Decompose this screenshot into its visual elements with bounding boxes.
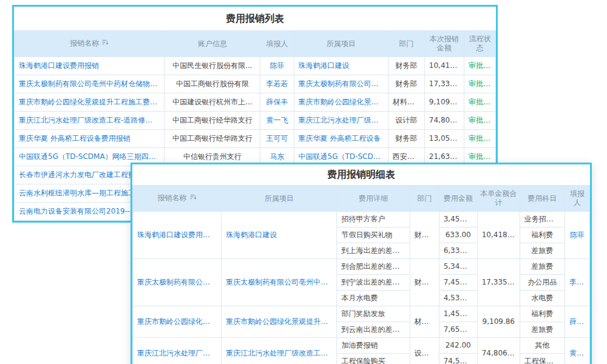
expense-detail-cell: 招待甲方客户 (337, 212, 410, 228)
project-link[interactable]: 珠海鹤港口建设 (294, 57, 388, 75)
expense-detail-title: 费用报销明细表 (132, 164, 590, 185)
list-col-header-6: 本次报销金额 (424, 31, 464, 57)
list-col-header-1[interactable]: 报销名称 (15, 31, 164, 57)
header-row: 报销名称账户信息填报人所属项目部门本次报销金额流程状态 (15, 31, 496, 57)
list-col-header-7: 流程状态 (464, 31, 495, 57)
department-cell: 设计部 (388, 112, 424, 130)
detail-row: 重庆太极制药有限公司亳州中药重庆太极制药有限公司亳州中药材仓储物流到合肥出差的差… (133, 259, 590, 275)
project-link[interactable]: 重庆市鹅岭公园绿化景观提升... (294, 93, 388, 112)
expense-category-cell: 业务招待费 (520, 212, 565, 228)
column-header-label: 费用科目 (527, 194, 557, 203)
detail-project-link[interactable]: 珠海鹤港口建设 (222, 212, 337, 259)
amount-cell: 13,058.45 (424, 130, 464, 148)
status-text: 审批通过 (464, 57, 495, 75)
expense-detail-body: 珠海鹤港口建设费用报销珠海鹤港口建设招待甲方客户财务部3,453.6010,41… (133, 212, 590, 364)
detail-department-cell: 设计部 (410, 338, 439, 364)
expense-detail-header: 报销名称所属项目费用详细部门费用金额本单金额合计费用科目填报人 (133, 186, 590, 212)
filler-link[interactable]: 黄一飞 (260, 112, 294, 130)
sort-filter-icon[interactable] (189, 194, 197, 203)
expense-detail-table: 报销名称所属项目费用详细部门费用金额本单金额合计费用科目填报人 珠海鹤港口建设费… (132, 185, 590, 364)
filler-link[interactable]: 薛保丰 (260, 93, 294, 112)
filler-link[interactable]: 李若若 (260, 75, 294, 93)
detail-filler-link[interactable]: 李若若 (565, 259, 589, 306)
detail-name-link[interactable]: 重庆江北污水处理厂级改造工程- (133, 338, 222, 364)
expense-amount-cell: 242.00 (439, 338, 477, 354)
detail-filler-link[interactable]: 陈菲 (565, 212, 589, 259)
detail-col-header-8: 填报人 (565, 186, 589, 212)
reimbursement-name-link[interactable]: 重庆太极制药有限公司亳州中药材仓储物流基地项... (15, 75, 164, 93)
expense-amount-cell: 1,453.00 (439, 306, 477, 322)
page: 费用报销列表 报销名称账户信息填报人所属项目部门本次报销金额流程状态 珠海鹤港口… (0, 0, 607, 364)
expense-detail-cell: 本月水电费 (337, 291, 410, 306)
account-info-cell: 中国民生银行股份有限... (164, 57, 260, 75)
list-col-header-4: 所属项目 (294, 31, 388, 57)
detail-department-cell: 财务部 (410, 259, 439, 306)
expense-amount-cell: 74,564... (439, 354, 477, 364)
expense-category-cell: 差旅费 (520, 243, 565, 259)
detail-row: 重庆江北污水处理厂级改造工程-重庆江北污水处理厂级改造工程-道路修复工加油费报销… (133, 338, 590, 354)
status-text: 审批通过 (464, 112, 495, 130)
expense-detail-cell: 到上海出差的差旅费 (337, 243, 410, 259)
expense-detail-cell: 加油费报销 (337, 338, 410, 354)
list-col-header-5: 部门 (388, 31, 424, 57)
group-total-cell: 9,109.86 (477, 306, 520, 338)
detail-col-header-3: 费用详细 (337, 186, 410, 212)
reimbursement-name-link[interactable]: 重庆市鹅岭公园绿化景观提升工程施工费用报销 (15, 93, 164, 112)
expense-amount-cell: 5,346.35 (439, 259, 477, 275)
department-cell: 财务部 (388, 75, 424, 93)
reimbursement-name-link[interactable]: 重庆江北污水处理厂级改造工程-道路修复工程费用... (15, 112, 164, 130)
column-header-label: 部门 (417, 194, 432, 203)
detail-filler-link[interactable]: 黄一飞 (565, 338, 589, 364)
expense-category-cell: 工程保险费 (520, 354, 565, 364)
sort-filter-icon[interactable] (101, 39, 109, 49)
reimbursement-name-link[interactable]: 珠海鹤港口建设费用报销 (15, 57, 164, 75)
account-info-cell: 中国工商银行经华路支行 (164, 130, 260, 148)
project-link[interactable]: 重庆华夏 外高桥工程设备 (294, 130, 388, 148)
group-total-cell: 10,418.60 (477, 212, 520, 259)
expense-detail-cell: 部门奖励发放 (337, 306, 410, 322)
detail-col-header-5: 费用金额 (439, 186, 477, 212)
detail-project-link[interactable]: 重庆江北污水处理厂级改造工程-道路修复工 (222, 338, 337, 364)
filler-link[interactable]: 王可可 (260, 130, 294, 148)
list-row: 重庆太极制药有限公司亳州中药材仓储物流基地项...中国工商银行股份有限李若若重庆… (15, 75, 496, 93)
column-header-label: 所属项目 (327, 39, 356, 49)
detail-name-link[interactable]: 重庆市鹅岭公园绿化景观提升工程 (133, 306, 222, 338)
expense-amount-cell: 7,453.35 (439, 275, 477, 291)
department-cell: 财务部 (388, 57, 424, 75)
detail-row: 重庆市鹅岭公园绿化景观提升工程重庆市鹅岭公园绿化景观提升工程施工部门奖励发放材料… (133, 306, 590, 322)
expense-detail-cell: 到云南出差的差旅费 (337, 322, 410, 338)
account-info-cell: 中国工商银行股份有限 (164, 75, 260, 93)
column-header-label: 流程状态 (467, 35, 493, 53)
column-header-label: 填报人 (266, 39, 288, 49)
detail-name-link[interactable]: 珠海鹤港口建设费用报销 (133, 212, 222, 259)
expense-amount-cell: 6,332.00 (439, 243, 477, 259)
project-link[interactable]: 重庆江北污水处理厂级改造工... (294, 112, 388, 130)
expense-amount-cell: 3,453.60 (439, 212, 477, 228)
amount-cell: 9,109.86 (424, 93, 464, 112)
expense-category-cell: 福利费 (520, 228, 565, 243)
column-header-label: 费用详细 (359, 194, 388, 203)
header-row: 报销名称所属项目费用详细部门费用金额本单金额合计费用科目填报人 (133, 186, 590, 212)
detail-filler-link[interactable]: 薛保丰 (565, 306, 589, 338)
filler-link[interactable]: 陈菲 (260, 57, 294, 75)
expense-detail-cell: 到合肥出差的差旅费 (337, 259, 410, 275)
expense-amount-cell: 4,535.65 (439, 291, 477, 306)
reimbursement-name-link[interactable]: 重庆华夏 外高桥工程设备费用报销 (15, 130, 164, 148)
list-row: 珠海鹤港口建设费用报销中国民生银行股份有限...陈菲珠海鹤港口建设财务部10,4… (15, 57, 496, 75)
detail-row: 珠海鹤港口建设费用报销珠海鹤港口建设招待甲方客户财务部3,453.6010,41… (133, 212, 590, 228)
detail-name-link[interactable]: 重庆太极制药有限公司亳州中药 (133, 259, 222, 306)
detail-project-link[interactable]: 重庆市鹅岭公园绿化景观提升工程施工 (222, 306, 337, 338)
list-col-header-3: 填报人 (260, 31, 294, 57)
detail-col-header-1[interactable]: 报销名称 (133, 186, 222, 212)
list-row: 重庆市鹅岭公园绿化景观提升工程施工费用报销中国建设银行杭州市上...薛保丰重庆市… (15, 93, 496, 112)
expense-amount-cell: 633.00 (439, 228, 477, 243)
expense-detail-cell: 工程保险购买 (337, 354, 410, 364)
project-link[interactable]: 重庆太极制药有限公司亳州中... (294, 75, 388, 93)
status-text: 审批通过 (464, 75, 495, 93)
expense-category-cell: 水电费 (520, 291, 565, 306)
detail-col-header-4: 部门 (410, 186, 439, 212)
detail-project-link[interactable]: 重庆太极制药有限公司亳州中药材仓储物流 (222, 259, 337, 306)
list-row: 重庆江北污水处理厂级改造工程-道路修复工程费用...中国工商银行经华路支行黄一飞… (15, 112, 496, 130)
column-header-label: 费用金额 (444, 194, 473, 203)
account-info-cell: 中国工商银行经华路支行 (164, 112, 260, 130)
